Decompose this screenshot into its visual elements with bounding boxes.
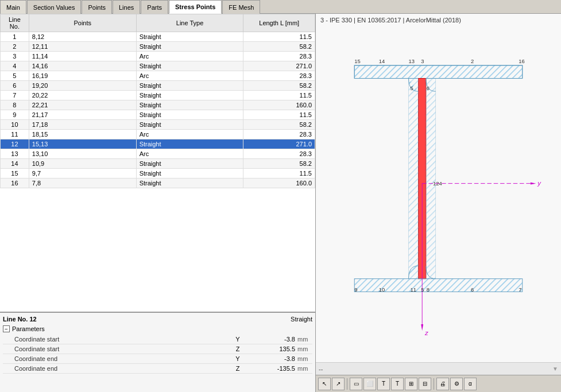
table-row[interactable]: 9 21,17 Straight 11.5 [1, 110, 315, 120]
cell-line-no: 5 [1, 71, 29, 81]
table-row[interactable]: 11 18,15 Arc 28.3 [1, 130, 315, 139]
cell-length: 28.3 [243, 71, 315, 81]
collapse-icon: − [3, 325, 10, 332]
params-toggle[interactable]: − Parameters [3, 325, 312, 332]
param-row: Coordinate end Y -3.8 mm [3, 354, 312, 364]
table-row[interactable]: 5 16,19 Arc 28.3 [1, 71, 315, 81]
cell-line-type: Straight [136, 100, 243, 110]
cell-points: 16,19 [29, 71, 136, 81]
bottom-header: Line No. 12 Straight [3, 316, 312, 323]
tool-T1[interactable]: T [377, 378, 390, 390]
tab-points[interactable]: Points [82, 0, 112, 14]
status-bar: -- ▼ [316, 362, 561, 375]
tab-lines[interactable]: Lines [113, 0, 140, 14]
cell-points: 13,10 [29, 149, 136, 159]
cell-line-no: 3 [1, 52, 29, 61]
table-row[interactable]: 16 7,8 Straight 160.0 [1, 178, 315, 188]
table-area[interactable]: Line No. Points Line Type Length L [mm] [0, 14, 315, 312]
tab-main[interactable]: Main [0, 0, 26, 14]
diagram-title: 3 - IPE 330 | EN 10365:2017 | ArcelorMit… [316, 14, 561, 26]
cell-points: 10,9 [29, 159, 136, 169]
tool-search2[interactable]: α [464, 378, 477, 390]
table-row[interactable]: 14 10,9 Straight 58.2 [1, 159, 315, 169]
cell-line-no: 4 [1, 61, 29, 71]
tab-parts[interactable]: Parts [141, 0, 168, 14]
cell-line-no: 13 [1, 149, 29, 159]
tool-pointer[interactable]: ↗ [332, 378, 345, 390]
cell-line-no: 9 [1, 110, 29, 120]
col-header-line-type: Line Type [136, 14, 243, 32]
cell-points: 18,15 [29, 130, 136, 139]
cell-line-type: Straight [136, 159, 243, 169]
tool-T2[interactable]: T [391, 378, 404, 390]
diagram-area[interactable]: y z 15 14 13 3 2 16 5 6 9 10 11 [316, 26, 561, 362]
tool-grid[interactable]: ⊞ [405, 378, 417, 390]
param-axis: Z [226, 346, 249, 352]
tool-frame[interactable]: ⬜ [363, 378, 376, 390]
table-row[interactable]: 10 17,18 Straight 58.2 [1, 120, 315, 130]
table-row[interactable]: 2 12,11 Straight 58.2 [1, 42, 315, 52]
right-panel: 3 - IPE 330 | EN 10365:2017 | ArcelorMit… [316, 14, 561, 392]
cell-line-no: 8 [1, 100, 29, 110]
tool-print[interactable]: 🖨 [436, 378, 449, 390]
scroll-icon: ▼ [552, 366, 558, 372]
param-label: Coordinate start [14, 346, 226, 352]
param-value: -3.8 [249, 355, 295, 362]
table-row[interactable]: 7 20,22 Straight 11.5 [1, 91, 315, 100]
cell-length: 11.5 [243, 169, 315, 178]
cell-points: 22,21 [29, 100, 136, 110]
cell-line-no: 11 [1, 130, 29, 139]
toolbar-sep-1 [347, 378, 347, 390]
cell-points: 14,16 [29, 61, 136, 71]
cell-line-no: 10 [1, 120, 29, 130]
table-row[interactable]: 4 14,16 Straight 271.0 [1, 61, 315, 71]
table-row[interactable]: 1 8,12 Straight 11.5 [1, 32, 315, 42]
param-unit: mm [295, 355, 312, 362]
toolbar-sep-2 [434, 378, 434, 390]
tool-measure[interactable]: ⊟ [419, 378, 431, 390]
param-axis: Y [226, 355, 249, 362]
tool-cursor[interactable]: ↖ [318, 378, 331, 390]
table-row[interactable]: 15 9,7 Straight 11.5 [1, 169, 315, 178]
col-header-length: Length L [mm] [243, 14, 315, 32]
table-row[interactable]: 12 15,13 Straight 271.0 [1, 139, 315, 149]
table-row[interactable]: 8 22,21 Straight 160.0 [1, 100, 315, 110]
svg-rect-4 [409, 79, 419, 279]
cell-points: 15,13 [29, 139, 136, 149]
cell-length: 11.5 [243, 32, 315, 42]
param-value: -3.8 [249, 336, 295, 343]
cell-length: 58.2 [243, 120, 315, 130]
cell-line-type: Straight [136, 91, 243, 100]
cell-line-no: 6 [1, 81, 29, 91]
tab-section-values[interactable]: Section Values [27, 0, 82, 14]
table-row[interactable]: 13 13,10 Arc 28.3 [1, 149, 315, 159]
param-row: Coordinate end Z -135.5 mm [3, 364, 312, 374]
svg-text:7: 7 [519, 286, 521, 293]
svg-text:10: 10 [379, 286, 385, 293]
tool-rect[interactable]: ▭ [350, 378, 362, 390]
col-header-points: Points [29, 14, 136, 32]
cell-length: 271.0 [243, 139, 315, 149]
tool-settings[interactable]: ⚙ [450, 378, 463, 390]
param-row: Coordinate start Z 135.5 mm [3, 344, 312, 354]
cell-points: 9,7 [29, 169, 136, 178]
tab-fe-mesh[interactable]: FE Mesh [222, 0, 260, 14]
cell-points: 17,18 [29, 120, 136, 130]
svg-text:14: 14 [379, 58, 385, 64]
svg-text:6: 6 [471, 286, 474, 293]
cell-line-no: 12 [1, 139, 29, 149]
svg-rect-5 [426, 79, 436, 279]
cell-length: 28.3 [243, 52, 315, 61]
table-row[interactable]: 6 19,20 Straight 58.2 [1, 81, 315, 91]
cell-length: 58.2 [243, 42, 315, 52]
svg-text:6: 6 [427, 85, 430, 91]
param-value: -135.5 [249, 365, 295, 372]
bottom-toolbar: ↖ ↗ ▭ ⬜ T T ⊞ ⊟ 🖨 ⚙ α [316, 375, 561, 392]
tab-stress-points[interactable]: Stress Points [169, 0, 222, 14]
svg-text:8: 8 [427, 286, 430, 293]
svg-text:2: 2 [471, 58, 474, 64]
cell-line-type: Straight [136, 61, 243, 71]
svg-text:5: 5 [421, 286, 424, 293]
cell-line-type: Arc [136, 130, 243, 139]
table-row[interactable]: 3 11,14 Arc 28.3 [1, 52, 315, 61]
